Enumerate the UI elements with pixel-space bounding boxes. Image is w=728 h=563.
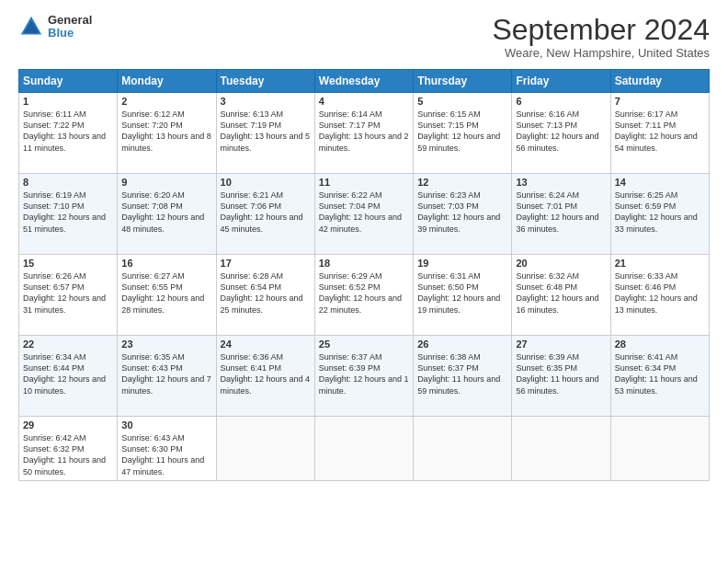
calendar-cell: 4 Sunrise: 6:14 AMSunset: 7:17 PMDayligh…	[314, 93, 413, 174]
cell-content: Sunrise: 6:11 AMSunset: 7:22 PMDaylight:…	[23, 109, 113, 154]
day-number: 6	[516, 96, 606, 107]
day-number: 8	[23, 177, 113, 188]
title-section: September 2024 Weare, New Hampshire, Uni…	[492, 14, 710, 60]
cell-content: Sunrise: 6:12 AMSunset: 7:20 PMDaylight:…	[121, 109, 211, 154]
day-number: 2	[121, 96, 211, 107]
calendar-day-header: Wednesday	[314, 70, 413, 93]
calendar-cell	[414, 417, 512, 481]
calendar-day-header: Sunday	[19, 70, 118, 93]
cell-content: Sunrise: 6:21 AMSunset: 7:06 PMDaylight:…	[221, 190, 311, 235]
cell-content: Sunrise: 6:26 AMSunset: 6:57 PMDaylight:…	[23, 270, 113, 316]
calendar-cell: 2 Sunrise: 6:12 AMSunset: 7:20 PMDayligh…	[118, 93, 216, 174]
calendar-day-header: Thursday	[414, 70, 512, 93]
calendar-cell	[216, 417, 314, 481]
calendar-cell: 21 Sunrise: 6:33 AMSunset: 6:46 PMDaylig…	[610, 255, 709, 336]
calendar-cell: 3 Sunrise: 6:13 AMSunset: 7:19 PMDayligh…	[216, 93, 314, 174]
cell-content: Sunrise: 6:17 AMSunset: 7:11 PMDaylight:…	[615, 109, 705, 154]
location: Weare, New Hampshire, United States	[492, 46, 710, 60]
cell-content: Sunrise: 6:19 AMSunset: 7:10 PMDaylight:…	[23, 190, 113, 235]
day-number: 27	[516, 339, 606, 350]
month-title: September 2024	[492, 14, 710, 46]
calendar-cell: 28 Sunrise: 6:41 AMSunset: 6:34 PMDaylig…	[610, 336, 709, 417]
day-number: 13	[516, 177, 606, 188]
day-number: 12	[417, 177, 507, 188]
cell-content: Sunrise: 6:33 AMSunset: 6:46 PMDaylight:…	[615, 270, 705, 316]
cell-content: Sunrise: 6:13 AMSunset: 7:19 PMDaylight:…	[221, 109, 311, 154]
cell-content: Sunrise: 6:39 AMSunset: 6:35 PMDaylight:…	[516, 351, 606, 396]
calendar-day-header: Friday	[512, 70, 610, 93]
calendar-cell: 17 Sunrise: 6:28 AMSunset: 6:54 PMDaylig…	[216, 255, 314, 336]
calendar-cell: 9 Sunrise: 6:20 AMSunset: 7:08 PMDayligh…	[118, 174, 216, 255]
calendar-cell: 6 Sunrise: 6:16 AMSunset: 7:13 PMDayligh…	[512, 93, 610, 174]
day-number: 28	[615, 339, 705, 350]
calendar-cell: 19 Sunrise: 6:31 AMSunset: 6:50 PMDaylig…	[414, 255, 512, 336]
calendar-cell: 25 Sunrise: 6:37 AMSunset: 6:39 PMDaylig…	[314, 336, 413, 417]
calendar-cell: 13 Sunrise: 6:24 AMSunset: 7:01 PMDaylig…	[512, 174, 610, 255]
cell-content: Sunrise: 6:34 AMSunset: 6:44 PMDaylight:…	[23, 351, 113, 396]
calendar-week-row: 29 Sunrise: 6:42 AMSunset: 6:32 PMDaylig…	[19, 417, 710, 481]
day-number: 7	[615, 96, 705, 107]
calendar-cell: 22 Sunrise: 6:34 AMSunset: 6:44 PMDaylig…	[19, 336, 118, 417]
calendar-cell: 12 Sunrise: 6:23 AMSunset: 7:03 PMDaylig…	[414, 174, 512, 255]
cell-content: Sunrise: 6:20 AMSunset: 7:08 PMDaylight:…	[121, 190, 211, 235]
cell-content: Sunrise: 6:15 AMSunset: 7:15 PMDaylight:…	[417, 109, 507, 154]
day-number: 5	[417, 96, 507, 107]
calendar: SundayMondayTuesdayWednesdayThursdayFrid…	[18, 69, 710, 481]
logo-text: General Blue	[48, 14, 92, 40]
cell-content: Sunrise: 6:24 AMSunset: 7:01 PMDaylight:…	[516, 190, 606, 235]
day-number: 17	[221, 258, 311, 269]
day-number: 4	[319, 96, 409, 107]
calendar-cell: 1 Sunrise: 6:11 AMSunset: 7:22 PMDayligh…	[19, 93, 118, 174]
cell-content: Sunrise: 6:43 AMSunset: 6:30 PMDaylight:…	[121, 432, 211, 477]
calendar-week-row: 8 Sunrise: 6:19 AMSunset: 7:10 PMDayligh…	[19, 174, 710, 255]
calendar-header-row: SundayMondayTuesdayWednesdayThursdayFrid…	[19, 70, 710, 93]
day-number: 25	[319, 339, 409, 350]
calendar-cell: 30 Sunrise: 6:43 AMSunset: 6:30 PMDaylig…	[118, 417, 216, 481]
calendar-cell: 24 Sunrise: 6:36 AMSunset: 6:41 PMDaylig…	[216, 336, 314, 417]
calendar-cell: 11 Sunrise: 6:22 AMSunset: 7:04 PMDaylig…	[314, 174, 413, 255]
calendar-cell	[610, 417, 709, 481]
calendar-cell: 15 Sunrise: 6:26 AMSunset: 6:57 PMDaylig…	[19, 255, 118, 336]
calendar-cell: 5 Sunrise: 6:15 AMSunset: 7:15 PMDayligh…	[414, 93, 512, 174]
cell-content: Sunrise: 6:28 AMSunset: 6:54 PMDaylight:…	[221, 270, 311, 316]
day-number: 29	[23, 419, 113, 431]
day-number: 30	[121, 419, 211, 431]
cell-content: Sunrise: 6:42 AMSunset: 6:32 PMDaylight:…	[23, 432, 113, 477]
day-number: 26	[417, 339, 507, 350]
cell-content: Sunrise: 6:25 AMSunset: 6:59 PMDaylight:…	[615, 190, 705, 235]
calendar-day-header: Tuesday	[216, 70, 314, 93]
day-number: 16	[121, 258, 211, 269]
page: General Blue September 2024 Weare, New H…	[0, 0, 728, 563]
day-number: 14	[615, 177, 705, 188]
calendar-cell: 27 Sunrise: 6:39 AMSunset: 6:35 PMDaylig…	[512, 336, 610, 417]
cell-content: Sunrise: 6:27 AMSunset: 6:55 PMDaylight:…	[121, 270, 211, 316]
day-number: 1	[23, 96, 113, 107]
cell-content: Sunrise: 6:23 AMSunset: 7:03 PMDaylight:…	[417, 190, 507, 235]
cell-content: Sunrise: 6:37 AMSunset: 6:39 PMDaylight:…	[319, 351, 409, 396]
calendar-cell: 23 Sunrise: 6:35 AMSunset: 6:43 PMDaylig…	[118, 336, 216, 417]
logo-icon	[18, 14, 44, 40]
cell-content: Sunrise: 6:31 AMSunset: 6:50 PMDaylight:…	[417, 270, 507, 316]
cell-content: Sunrise: 6:36 AMSunset: 6:41 PMDaylight:…	[221, 351, 311, 396]
calendar-cell: 7 Sunrise: 6:17 AMSunset: 7:11 PMDayligh…	[610, 93, 709, 174]
logo-line2: Blue	[48, 27, 92, 40]
day-number: 3	[221, 96, 311, 107]
day-number: 24	[221, 339, 311, 350]
calendar-cell: 18 Sunrise: 6:29 AMSunset: 6:52 PMDaylig…	[314, 255, 413, 336]
day-number: 22	[23, 339, 113, 350]
day-number: 18	[319, 258, 409, 269]
cell-content: Sunrise: 6:32 AMSunset: 6:48 PMDaylight:…	[516, 270, 606, 316]
calendar-day-header: Saturday	[610, 70, 709, 93]
cell-content: Sunrise: 6:22 AMSunset: 7:04 PMDaylight:…	[319, 190, 409, 235]
cell-content: Sunrise: 6:16 AMSunset: 7:13 PMDaylight:…	[516, 109, 606, 154]
cell-content: Sunrise: 6:41 AMSunset: 6:34 PMDaylight:…	[615, 351, 705, 396]
calendar-cell: 20 Sunrise: 6:32 AMSunset: 6:48 PMDaylig…	[512, 255, 610, 336]
logo-line1: General	[48, 14, 92, 27]
calendar-day-header: Monday	[118, 70, 216, 93]
calendar-cell: 14 Sunrise: 6:25 AMSunset: 6:59 PMDaylig…	[610, 174, 709, 255]
calendar-week-row: 15 Sunrise: 6:26 AMSunset: 6:57 PMDaylig…	[19, 255, 710, 336]
day-number: 20	[516, 258, 606, 269]
calendar-cell: 26 Sunrise: 6:38 AMSunset: 6:37 PMDaylig…	[414, 336, 512, 417]
cell-content: Sunrise: 6:38 AMSunset: 6:37 PMDaylight:…	[417, 351, 507, 396]
calendar-cell: 29 Sunrise: 6:42 AMSunset: 6:32 PMDaylig…	[19, 417, 118, 481]
